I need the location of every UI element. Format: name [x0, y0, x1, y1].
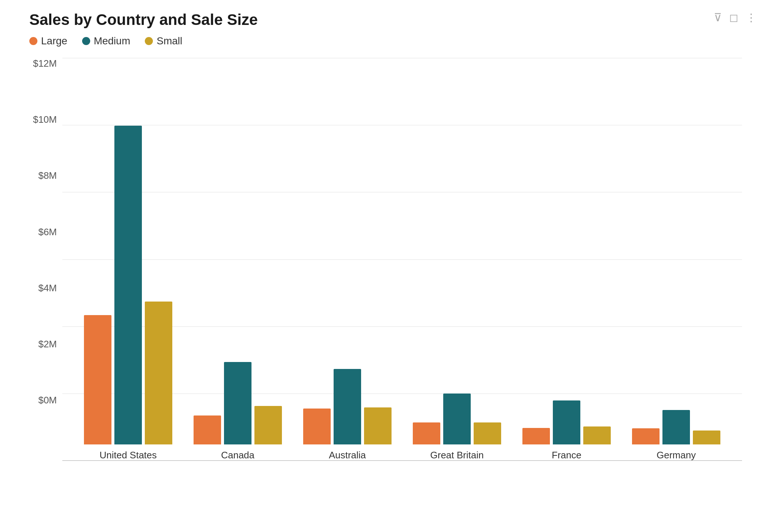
- legend-dot-small: [145, 37, 153, 45]
- bar-large-australia: [303, 409, 331, 444]
- legend-label-medium: Medium: [94, 35, 131, 47]
- legend-item-small: Small: [145, 35, 182, 47]
- bar-medium-canada: [224, 362, 251, 444]
- bar-medium-france: [553, 400, 580, 444]
- bar-large-germany: [632, 428, 660, 444]
- bars-row: [194, 362, 282, 444]
- bar-small-germany: [693, 431, 720, 444]
- bar-small-united-states: [145, 302, 172, 444]
- y-label-2: $4M: [29, 282, 62, 294]
- bars-row: [303, 369, 392, 444]
- y-axis: $0M $2M $4M $6M $8M $10M $12M: [29, 58, 62, 424]
- bar-small-france: [583, 426, 611, 444]
- chart-legend: Large Medium Small: [29, 35, 742, 47]
- y-label-4: $8M: [29, 170, 62, 181]
- bar-group-label: Great Britain: [430, 450, 484, 461]
- bar-group: Australia: [303, 369, 392, 461]
- bar-small-australia: [364, 407, 392, 444]
- chart-container: ⊽ ◻ ⋮ Sales by Country and Sale Size Lar…: [0, 0, 764, 532]
- bar-group-label: Canada: [221, 450, 254, 461]
- bars-and-labels: United StatesCanadaAustraliaGreat Britai…: [62, 58, 742, 479]
- bars-row: [84, 126, 172, 444]
- bar-group-label: Australia: [329, 450, 366, 461]
- bar-group: Germany: [632, 410, 720, 461]
- chart-title: Sales by Country and Sale Size: [29, 11, 742, 29]
- bar-medium-australia: [334, 369, 361, 444]
- legend-dot-medium: [82, 37, 90, 45]
- bar-group: United States: [84, 126, 172, 461]
- bar-small-canada: [254, 406, 282, 444]
- bar-group: Canada: [194, 362, 282, 461]
- y-label-0: $0M: [29, 395, 62, 406]
- bar-group: Great Britain: [413, 394, 501, 461]
- bar-medium-united-states: [114, 126, 142, 444]
- bar-large-united-states: [84, 315, 111, 444]
- bar-medium-great-britain: [443, 394, 471, 444]
- bars-area: United StatesCanadaAustraliaGreat Britai…: [62, 58, 742, 479]
- y-label-5: $10M: [29, 114, 62, 125]
- bar-groups: United StatesCanadaAustraliaGreat Britai…: [62, 58, 742, 461]
- bar-large-canada: [194, 415, 221, 444]
- legend-label-small: Small: [157, 35, 182, 47]
- expand-icon[interactable]: ◻: [729, 11, 738, 24]
- bar-small-great-britain: [474, 422, 501, 444]
- chart-area: $0M $2M $4M $6M $8M $10M $12M: [29, 58, 742, 479]
- bar-medium-germany: [662, 410, 690, 444]
- bar-large-france: [522, 428, 550, 444]
- bar-group-label: France: [552, 450, 581, 461]
- toolbar-icons: ⊽ ◻ ⋮: [714, 11, 757, 24]
- bars-row: [522, 400, 611, 444]
- bar-group-label: United States: [99, 450, 157, 461]
- y-label-6: $12M: [29, 58, 62, 69]
- bar-large-great-britain: [413, 422, 440, 444]
- legend-item-medium: Medium: [82, 35, 131, 47]
- legend-dot-large: [29, 37, 37, 45]
- bars-row: [632, 410, 720, 444]
- bar-group: France: [522, 400, 611, 461]
- legend-item-large: Large: [29, 35, 67, 47]
- bars-row: [413, 394, 501, 444]
- y-label-1: $2M: [29, 339, 62, 350]
- more-icon[interactable]: ⋮: [746, 11, 757, 24]
- legend-label-large: Large: [41, 35, 67, 47]
- bar-group-label: Germany: [657, 450, 696, 461]
- filter-icon[interactable]: ⊽: [714, 11, 722, 24]
- y-label-3: $6M: [29, 226, 62, 238]
